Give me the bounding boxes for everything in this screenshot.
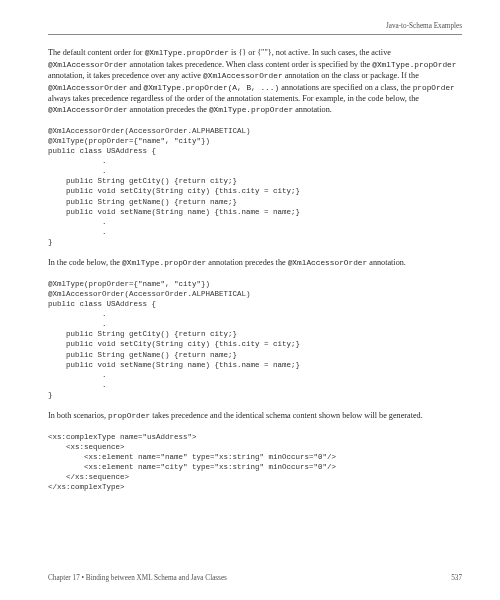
code-inline: @XmlType.propOrder	[145, 49, 229, 57]
paragraph-1: The default content order for @XmlType.p…	[48, 47, 462, 116]
page-header: Java-to-Schema Examples	[48, 22, 462, 35]
text-run: is {} or {""}, not active. In such cases…	[229, 48, 391, 57]
code-block-2: @XmlType(propOrder={"name", "city"}) @Xm…	[48, 279, 462, 401]
text-run: always takes precedence regardless of th…	[48, 94, 419, 103]
paragraph-3: In both scenarios, propOrder takes prece…	[48, 410, 462, 422]
text-run: annotation precedes the	[206, 258, 287, 267]
paragraph-2: In the code below, the @XmlType.propOrde…	[48, 257, 462, 269]
text-run: In the code below, the	[48, 258, 122, 267]
text-run: annotation precedes the	[128, 105, 209, 114]
text-run: annotation on the class or package. If t…	[283, 71, 419, 80]
code-inline: @XmlAccessorOrder	[288, 259, 368, 267]
footer-page-number: 537	[451, 574, 462, 582]
section-title: Java-to-Schema Examples	[386, 22, 462, 30]
code-inline: propOrder	[413, 84, 455, 92]
code-block-1: @XmlAccessorOrder(AccessorOrder.ALPHABET…	[48, 126, 462, 248]
text-run: The default content order for	[48, 48, 145, 57]
code-inline: @XmlType.propOrder	[372, 61, 456, 69]
code-inline: @XmlAccessorOrder	[203, 72, 283, 80]
text-run: In both scenarios,	[48, 411, 108, 420]
text-run: annotation takes precedence. When class …	[128, 60, 373, 69]
code-inline: @XmlType.propOrder	[122, 259, 206, 267]
code-inline: @XmlType.propOrder	[209, 106, 293, 114]
text-run: annotation, it takes precedence over any…	[48, 71, 203, 80]
code-inline: @XmlAccessorOrder	[48, 61, 128, 69]
text-run: annotation.	[367, 258, 406, 267]
code-inline: @XmlAccessorOrder	[48, 106, 128, 114]
page-footer: Chapter 17 • Binding between XML Schema …	[48, 574, 462, 582]
text-run: takes precedence and the identical schem…	[150, 411, 423, 420]
text-run: and	[128, 83, 144, 92]
text-run: annotations are specified on a class, th…	[279, 83, 412, 92]
code-inline: propOrder	[108, 412, 150, 420]
code-inline: @XmlType.propOrder(A, B, ...)	[143, 84, 279, 92]
footer-chapter: Chapter 17 • Binding between XML Schema …	[48, 574, 227, 582]
code-block-3: <xs:complexType name="usAddress"> <xs:se…	[48, 432, 462, 493]
text-run: annotation.	[293, 105, 332, 114]
code-inline: @XmlAccessorOrder	[48, 84, 128, 92]
